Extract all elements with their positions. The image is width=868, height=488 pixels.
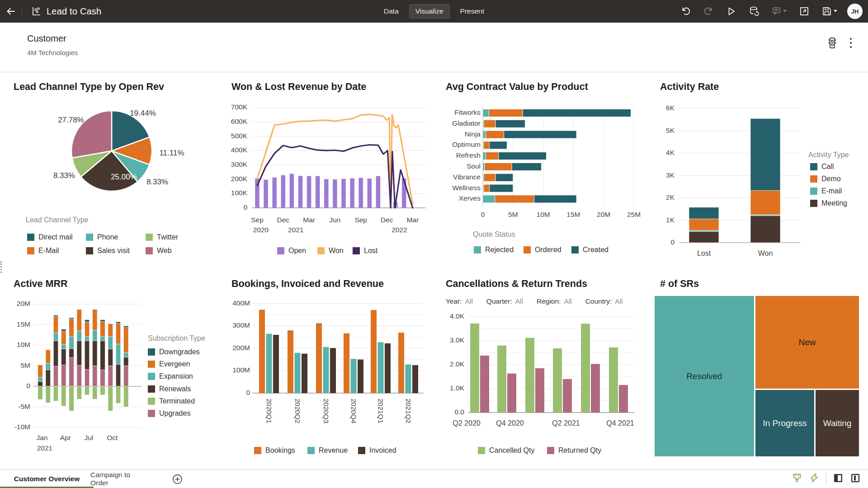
legend-item[interactable]: Sales visit <box>86 247 130 255</box>
bar-terminated[interactable] <box>124 386 129 407</box>
bar-ordered[interactable] <box>486 131 504 138</box>
bar-bookings[interactable] <box>259 310 265 393</box>
resize-handle[interactable] <box>0 261 2 273</box>
bar-open[interactable] <box>368 178 372 208</box>
bar-renewals[interactable] <box>124 357 129 366</box>
bar-terminated[interactable] <box>93 386 98 399</box>
bar-created[interactable] <box>490 141 507 149</box>
viz-bookings-revenue[interactable]: Bookings, Invoiced and Revenue 400M300M2… <box>224 275 431 467</box>
bar-created[interactable] <box>504 131 576 138</box>
bar-cancelled-qty[interactable] <box>581 324 590 413</box>
legend-item[interactable]: Evergeen <box>148 360 190 368</box>
treemap-tile-waiting[interactable]: Waiting <box>816 390 859 456</box>
refresh-data-button[interactable] <box>742 0 766 23</box>
back-button[interactable] <box>0 0 22 23</box>
comments-button[interactable] <box>766 0 793 23</box>
bar-renewals[interactable] <box>108 349 113 366</box>
bar-open[interactable] <box>281 175 286 208</box>
legend-item[interactable]: Renewals <box>148 385 191 393</box>
bar-ordered[interactable] <box>484 120 495 127</box>
legend-item[interactable]: Upgrades <box>148 409 190 418</box>
bar-revenue[interactable] <box>266 334 272 393</box>
bar-revenue[interactable] <box>323 347 329 393</box>
canvas-tab-campaign-to-order[interactable]: Campaign to Order <box>90 469 147 488</box>
bar-returned-qty[interactable] <box>535 368 544 413</box>
bar-downgrades[interactable] <box>85 320 90 322</box>
bar-expansion[interactable] <box>46 363 51 370</box>
bar-evergeen[interactable] <box>116 324 121 344</box>
bar-open[interactable] <box>264 180 268 208</box>
bar-renewals[interactable] <box>100 341 105 370</box>
legend-item[interactable]: Open <box>277 247 306 255</box>
legend-item[interactable]: E-Mail <box>27 247 59 255</box>
bar-created[interactable] <box>512 163 541 171</box>
bar-meeting[interactable] <box>689 231 719 243</box>
bar-returned-qty[interactable] <box>619 385 628 413</box>
filter-bar-button[interactable] <box>826 36 839 52</box>
viz-won-lost-combo[interactable]: Won & Lost Revenue by Date 700K600K500K4… <box>224 78 432 264</box>
bar-cancelled-qty[interactable] <box>497 346 506 413</box>
bar-invoiced[interactable] <box>358 360 363 393</box>
bar-expansion[interactable] <box>85 337 90 341</box>
legend-item[interactable]: Direct mail <box>27 233 73 241</box>
bar-cancelled-qty[interactable] <box>553 348 562 413</box>
bar-ordered[interactable] <box>484 184 490 192</box>
bar-expansion[interactable] <box>61 344 66 349</box>
toggle-left-panel-button[interactable] <box>833 473 844 485</box>
bar-upgrades[interactable] <box>61 365 66 386</box>
bar-open[interactable] <box>307 176 311 208</box>
legend-item[interactable]: Twitter <box>146 233 178 241</box>
viz-activity-rate[interactable]: Activity Rate 6K5K4K3K2K1K0LostWon Activ… <box>651 78 868 264</box>
bar-returned-qty[interactable] <box>480 356 489 413</box>
bar-downgrades[interactable] <box>124 326 129 328</box>
bar-cancelled-qty[interactable] <box>525 338 534 413</box>
bar-renewals[interactable] <box>116 365 121 386</box>
present-play-button[interactable] <box>720 0 742 23</box>
auto-insights-button[interactable] <box>809 473 820 485</box>
bar-terminated[interactable] <box>85 386 90 395</box>
legend-item[interactable]: Bookings <box>254 446 295 455</box>
bar-invoiced[interactable] <box>330 348 336 393</box>
legend-item[interactable]: E-mail <box>810 187 842 195</box>
bar-open[interactable] <box>298 176 303 208</box>
bar-downgrades[interactable] <box>100 320 105 322</box>
legend-item[interactable]: Lost <box>353 247 377 255</box>
bar-evergeen[interactable] <box>77 310 82 331</box>
bar-expansion[interactable] <box>69 337 74 348</box>
bar-rejected[interactable] <box>483 195 495 203</box>
bar-open[interactable] <box>376 176 381 208</box>
save-button[interactable] <box>816 0 844 23</box>
bar-created[interactable] <box>495 120 525 127</box>
legend-item[interactable]: Won <box>317 247 344 255</box>
canvas-menu-button[interactable] <box>849 36 853 52</box>
bar-evergeen[interactable] <box>93 310 98 330</box>
bar-bookings[interactable] <box>398 333 404 393</box>
legend-item[interactable]: Demo <box>810 175 841 183</box>
tab-present[interactable]: Present <box>454 5 490 18</box>
bar-call[interactable] <box>750 118 780 190</box>
bar-terminated[interactable] <box>77 386 82 399</box>
bar-expansion[interactable] <box>38 377 43 381</box>
bar-evergeen[interactable] <box>100 321 105 337</box>
bar-bookings[interactable] <box>288 330 293 393</box>
bar-created[interactable] <box>499 152 547 160</box>
legend-item[interactable]: Terminated <box>148 397 195 405</box>
undo-button[interactable] <box>675 0 697 23</box>
bar-evergeen[interactable] <box>108 324 113 337</box>
bar-ordered[interactable] <box>489 109 523 117</box>
add-canvas-button[interactable] <box>168 469 186 488</box>
bar-created[interactable] <box>523 109 631 117</box>
bar-downgrades[interactable] <box>116 322 121 324</box>
bar-bookings[interactable] <box>344 333 349 393</box>
bar-open[interactable] <box>350 178 354 208</box>
bar-expansion[interactable] <box>116 344 121 365</box>
bar-renewals[interactable] <box>93 341 98 366</box>
bar-rejected[interactable] <box>483 109 489 117</box>
bar-bookings[interactable] <box>371 310 377 393</box>
bar-open[interactable] <box>341 179 346 208</box>
bar-terminated[interactable] <box>108 386 113 411</box>
legend-item[interactable]: Downgrades <box>148 348 200 356</box>
bar-meeting[interactable] <box>750 216 780 243</box>
bar-expansion[interactable] <box>124 352 129 357</box>
legend-item[interactable]: Returned Qty <box>547 446 601 455</box>
